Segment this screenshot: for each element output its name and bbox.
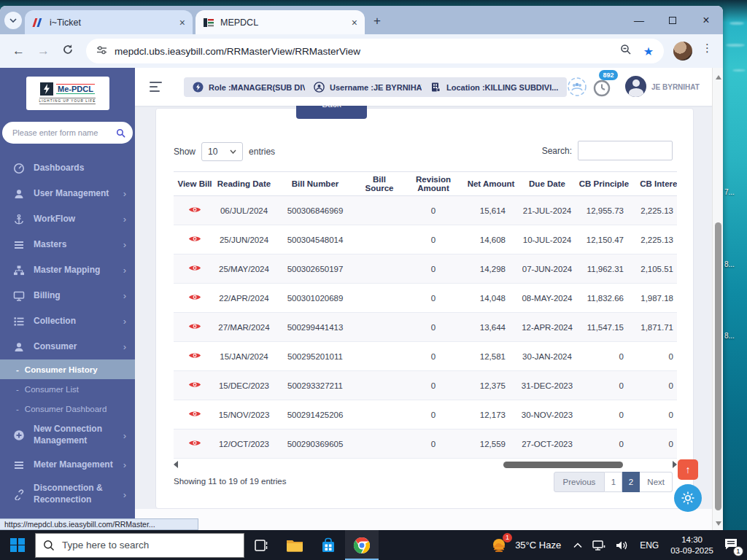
column-header-cb-interest[interactable]: CB Interest [630, 172, 677, 196]
zoom-icon[interactable] [620, 44, 632, 58]
column-header-revision-amount[interactable]: Revision Amount [400, 172, 466, 196]
site-info-icon[interactable] [96, 44, 107, 58]
sidebar-item-consumer[interactable]: Consumer› [0, 334, 135, 359]
horizontal-scrollbar[interactable] [174, 459, 677, 470]
column-header-view-bill[interactable]: View Bill [174, 172, 216, 196]
view-bill-eye-icon[interactable] [188, 381, 201, 389]
view-bill-eye-icon[interactable] [188, 264, 201, 272]
sidebar-item-collection[interactable]: Collection› [0, 308, 135, 334]
scroll-down-icon[interactable] [716, 521, 721, 526]
tab-iticket[interactable]: i~Ticket × [25, 10, 193, 34]
page-button-2[interactable]: 2 [622, 472, 640, 492]
view-bill-cell[interactable] [174, 371, 216, 400]
view-bill-cell[interactable] [174, 342, 216, 371]
settings-fab-button[interactable] [674, 484, 702, 512]
tab-search-chevron-icon[interactable] [4, 12, 22, 29]
browser-profile-avatar[interactable] [673, 42, 692, 61]
desktop-icon-label[interactable]: 8... [724, 260, 735, 268]
taskbar-search[interactable]: Type here to search [35, 533, 244, 558]
user-avatar[interactable] [625, 76, 646, 97]
sidebar-item-meter-management[interactable]: Meter Management› [0, 452, 135, 478]
url-text[interactable]: mepdcl.ubs.ieasybill.com/RRMasterView/RR… [115, 46, 620, 57]
column-header-reading-date[interactable]: Reading Date [216, 172, 272, 196]
app-logo[interactable]: Me-PDCL LIGHTING UP YOUR LIFE [26, 77, 109, 110]
new-tab-button[interactable]: + [374, 15, 381, 27]
scroll-left-icon[interactable] [174, 461, 178, 468]
notification-center-button[interactable]: 1 [724, 537, 738, 553]
view-bill-cell[interactable] [174, 400, 216, 429]
network-icon[interactable] [592, 540, 605, 551]
close-window-button[interactable]: × [689, 14, 723, 27]
sidebar-subitem-consumer-dashboard[interactable]: -Consumer Dashboard [0, 399, 135, 419]
sidebar-item-masters[interactable]: Masters› [0, 232, 135, 257]
scroll-right-icon[interactable] [673, 461, 677, 468]
clock-widget[interactable]: 14:30 03-09-2025 [670, 534, 713, 556]
tab-close-icon[interactable]: × [352, 17, 357, 28]
language-indicator[interactable]: ENG [640, 540, 659, 551]
view-bill-eye-icon[interactable] [188, 293, 201, 301]
tab-close-icon[interactable]: × [179, 17, 185, 28]
scroll-to-top-button[interactable]: ↑ [678, 459, 698, 480]
maximize-button[interactable] [656, 15, 689, 26]
scrollbar-thumb[interactable] [503, 462, 623, 468]
sidebar-item-master-mapping[interactable]: Master Mapping› [0, 257, 135, 283]
sidebar-item-workflow[interactable]: WorkFlow› [0, 206, 135, 232]
column-header-cb-principle[interactable]: CB Principle [578, 172, 630, 196]
view-bill-cell[interactable] [174, 284, 216, 313]
view-bill-eye-icon[interactable] [188, 235, 201, 243]
menu-toggle-icon[interactable] [150, 82, 162, 95]
view-bill-eye-icon[interactable] [188, 410, 201, 418]
group-icon[interactable] [567, 77, 587, 97]
page-scrollbar[interactable] [712, 68, 723, 530]
column-header-bill-number[interactable]: Bill Number [272, 172, 358, 196]
tray-chevron-up-icon[interactable] [573, 542, 582, 548]
page-scrollbar-thumb[interactable] [715, 222, 721, 510]
history-clock-icon[interactable] [593, 79, 611, 97]
sidebar-item-user-management[interactable]: User Management› [0, 181, 135, 206]
column-header-net-amount[interactable]: Net Amount [466, 172, 516, 196]
sidebar-subitem-consumer-list[interactable]: -Consumer List [0, 379, 135, 399]
desktop-icon-label[interactable]: 8... [724, 332, 735, 340]
previous-page-button[interactable]: Previous [554, 472, 605, 492]
search-icon[interactable] [116, 128, 125, 139]
bookmark-star-icon[interactable]: ★ [643, 44, 654, 58]
column-header-due-date[interactable]: Due Date [516, 172, 578, 196]
desktop-icon-label[interactable]: 7... [724, 188, 735, 196]
scroll-up-icon[interactable] [716, 75, 721, 79]
view-bill-eye-icon[interactable] [188, 322, 201, 330]
volume-icon[interactable] [616, 540, 629, 551]
task-view-button[interactable] [244, 530, 278, 560]
cell-bill-source [358, 429, 400, 459]
view-bill-cell[interactable] [174, 196, 216, 225]
browser-menu-icon[interactable]: ⋮ [702, 42, 713, 55]
sidebar-item-disconnection-reconnection[interactable]: Disconnection & Reconnection› [0, 478, 135, 511]
file-explorer-button[interactable] [278, 530, 311, 560]
forward-nav-icon[interactable]: → [37, 44, 50, 58]
table-search-input[interactable] [578, 141, 673, 160]
start-button[interactable] [0, 538, 35, 553]
view-bill-eye-icon[interactable] [188, 439, 201, 447]
back-nav-icon[interactable]: ← [12, 44, 25, 58]
sidebar-item-new-connection-management[interactable]: New Connection Management› [0, 419, 135, 452]
reload-icon[interactable] [62, 44, 74, 59]
sidebar-item-billing[interactable]: Billing› [0, 283, 135, 308]
tab-mepdcl[interactable]: MEPDCL × [196, 10, 365, 34]
weather-widget[interactable]: 1 35°C Haze [490, 537, 561, 554]
sidebar-item-dashboards[interactable]: Dashboards [0, 155, 135, 181]
view-bill-eye-icon[interactable] [188, 351, 201, 359]
view-bill-cell[interactable] [174, 225, 216, 254]
form-search-input[interactable] [12, 128, 116, 137]
chrome-button[interactable] [345, 530, 379, 560]
address-bar[interactable]: mepdcl.ubs.ieasybill.com/RRMasterView/RR… [86, 39, 664, 63]
microsoft-store-button[interactable] [311, 530, 345, 560]
page-button-1[interactable]: 1 [605, 472, 622, 492]
view-bill-cell[interactable] [174, 254, 216, 284]
next-page-button[interactable]: Next [640, 472, 673, 492]
view-bill-eye-icon[interactable] [188, 206, 201, 214]
column-header-bill-source[interactable]: Bill Source [358, 172, 400, 196]
page-size-select[interactable]: 10 [201, 142, 243, 161]
minimize-button[interactable]: — [622, 15, 656, 26]
view-bill-cell[interactable] [174, 429, 216, 459]
sidebar-subitem-consumer-history[interactable]: -Consumer History [0, 359, 135, 379]
view-bill-cell[interactable] [174, 313, 216, 342]
